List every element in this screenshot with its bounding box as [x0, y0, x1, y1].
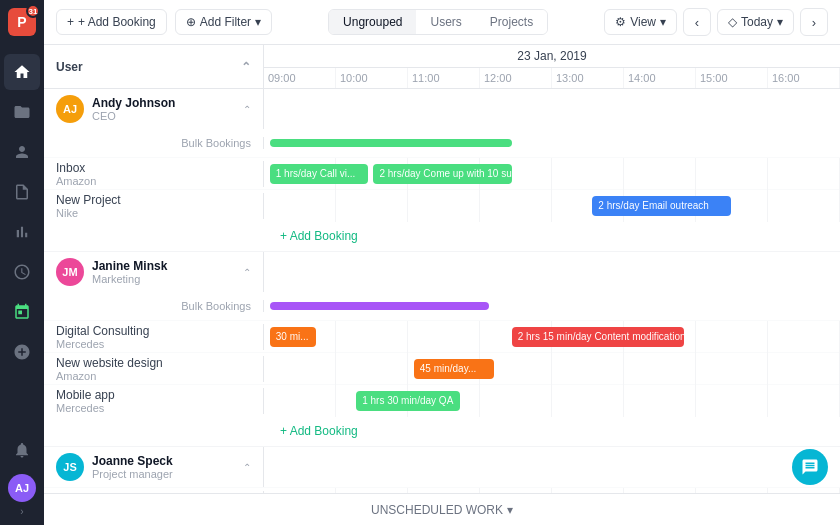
notification-badge: 31: [26, 4, 40, 18]
chat-button[interactable]: [792, 449, 828, 485]
bulk-row: Bulk Bookings: [44, 292, 840, 320]
project-timeline: 2 hrs/day Email outreach: [264, 190, 840, 222]
person-name: Janine Minsk: [92, 259, 167, 273]
project-name: New website design: [56, 356, 251, 370]
project-name: Digital Consulting: [56, 324, 251, 338]
prev-button[interactable]: ‹: [683, 8, 711, 36]
main-content: + + Add Booking ⊕ Add Filter ▾ Ungrouped…: [44, 0, 840, 525]
time-11: 11:00: [408, 68, 480, 88]
sidebar-item-folder[interactable]: [4, 94, 40, 130]
booking-bar[interactable]: 2 hrs/day Come up with 10 subjects f...: [373, 164, 511, 184]
booking-bar[interactable]: 30 mi...: [270, 327, 316, 347]
person-info-joanne: JSJoanne SpeckProject manager⌃: [44, 447, 264, 487]
project-client: Mercedes: [56, 402, 251, 414]
sidebar-item-calendar[interactable]: [4, 294, 40, 330]
unscheduled-bar[interactable]: UNSCHEDULED WORK ▾: [44, 493, 840, 525]
toolbar: + + Add Booking ⊕ Add Filter ▾ Ungrouped…: [44, 0, 840, 45]
collapse-button[interactable]: ⌃: [243, 267, 251, 278]
sidebar-item-chart[interactable]: [4, 214, 40, 250]
tab-ungrouped[interactable]: Ungrouped: [329, 10, 416, 34]
person-info-andy: AJAndy JohnsonCEO⌃: [44, 89, 264, 129]
time-13: 13:00: [552, 68, 624, 88]
gear-icon: ⚙: [615, 15, 626, 29]
booking-bar[interactable]: 45 min/day...: [414, 359, 495, 379]
person-role: CEO: [92, 110, 175, 122]
time-12: 12:00: [480, 68, 552, 88]
tab-group: Ungrouped Users Projects: [328, 9, 548, 35]
collapse-button[interactable]: ⌃: [243, 462, 251, 473]
sidebar-item-person[interactable]: [4, 134, 40, 170]
chevron-down-icon: ▾: [255, 15, 261, 29]
today-button[interactable]: ◇ Today ▾: [717, 9, 794, 35]
avatar: AJ: [56, 95, 84, 123]
project-timeline: 45 min/day...: [264, 353, 840, 385]
filter-icon: ⊕: [186, 15, 196, 29]
sidebar-item-add[interactable]: [4, 334, 40, 370]
next-button[interactable]: ›: [800, 8, 828, 36]
project-info: New website designAmazon: [44, 356, 264, 382]
sidebar-item-clock[interactable]: [4, 254, 40, 290]
time-slots: 09:00 10:00 11:00 12:00 13:00 14:00 15:0…: [264, 68, 840, 88]
project-info: Mobile appMercedes: [44, 388, 264, 414]
project-timeline: 30 mi...2 hrs 15 min/day Content modific…: [264, 321, 840, 353]
person-group-andy: AJAndy JohnsonCEO⌃Bulk BookingsInboxAmaz…: [44, 89, 840, 252]
person-role: Marketing: [92, 273, 167, 285]
person-header-janine: JMJanine MinskMarketing⌃: [44, 252, 840, 292]
today-icon: ◇: [728, 15, 737, 29]
bulk-bar[interactable]: [270, 139, 512, 147]
date-label: 23 Jan, 2019: [264, 45, 840, 68]
booking-bar[interactable]: 1 hrs 30 min/day QA: [356, 391, 460, 411]
view-button[interactable]: ⚙ View ▾: [604, 9, 677, 35]
project-name: Inbox: [56, 161, 251, 175]
person-group-joanne: JSJoanne SpeckProject manager⌃New websit…: [44, 447, 840, 493]
bulk-label: Bulk Bookings: [44, 137, 264, 149]
collapse-all-icon[interactable]: ⌃: [241, 60, 251, 74]
sidebar-avatar[interactable]: AJ: [8, 474, 36, 502]
timeline-container: User ⌃ 23 Jan, 2019 09:00 10:00 11:00 12…: [44, 45, 840, 525]
collapse-button[interactable]: ⌃: [243, 104, 251, 115]
plus-icon: +: [67, 15, 74, 29]
sidebar: P 31 AJ ›: [0, 0, 44, 525]
project-row: New website designAmazon45 min/day...: [44, 352, 840, 384]
bulk-bar[interactable]: [270, 302, 489, 310]
add-booking-row: + Add Booking: [44, 221, 840, 251]
add-booking-button[interactable]: + + Add Booking: [56, 9, 167, 35]
project-timeline: 1 hrs 30 min/day QA: [264, 385, 840, 417]
person-info-janine: JMJanine MinskMarketing⌃: [44, 252, 264, 292]
add-booking-inline-button[interactable]: + Add Booking: [264, 229, 374, 243]
add-booking-inline-button[interactable]: + Add Booking: [264, 424, 374, 438]
sidebar-item-bell[interactable]: [4, 432, 40, 468]
logo[interactable]: P 31: [8, 8, 36, 36]
chevron-down-icon: ▾: [507, 503, 513, 517]
tab-users[interactable]: Users: [416, 10, 475, 34]
project-name: New Project: [56, 193, 251, 207]
avatar: JM: [56, 258, 84, 286]
person-name: Joanne Speck: [92, 454, 173, 468]
booking-bar[interactable]: 2 hrs 15 min/day Content modification: [512, 327, 685, 347]
person-timeline: [264, 89, 840, 129]
bulk-timeline: [264, 129, 840, 157]
project-name: Mobile app: [56, 388, 251, 402]
booking-bar[interactable]: 1 hrs/day Call vi...: [270, 164, 368, 184]
chevron-down-icon: ▾: [777, 15, 783, 29]
user-col-header: User ⌃: [44, 45, 264, 88]
view-tabs: Ungrouped Users Projects: [280, 9, 596, 35]
project-row: InboxAmazon1 hrs/day Call vi...2 hrs/day…: [44, 157, 840, 189]
sidebar-item-home[interactable]: [4, 54, 40, 90]
project-client: Nike: [56, 207, 251, 219]
add-booking-row: + Add Booking: [44, 416, 840, 446]
project-info: Digital ConsultingMercedes: [44, 324, 264, 350]
person-header-joanne: JSJoanne SpeckProject manager⌃: [44, 447, 840, 487]
sidebar-expand[interactable]: ›: [20, 506, 23, 517]
time-09: 09:00: [264, 68, 336, 88]
tab-projects[interactable]: Projects: [476, 10, 547, 34]
person-group-janine: JMJanine MinskMarketing⌃Bulk BookingsDig…: [44, 252, 840, 447]
person-role: Project manager: [92, 468, 173, 480]
sidebar-item-document[interactable]: [4, 174, 40, 210]
person-timeline: [264, 447, 840, 487]
chevron-down-icon: ▾: [660, 15, 666, 29]
person-timeline: [264, 252, 840, 292]
add-filter-button[interactable]: ⊕ Add Filter ▾: [175, 9, 272, 35]
timeline-header: User ⌃ 23 Jan, 2019 09:00 10:00 11:00 12…: [44, 45, 840, 89]
booking-bar[interactable]: 2 hrs/day Email outreach: [592, 196, 730, 216]
